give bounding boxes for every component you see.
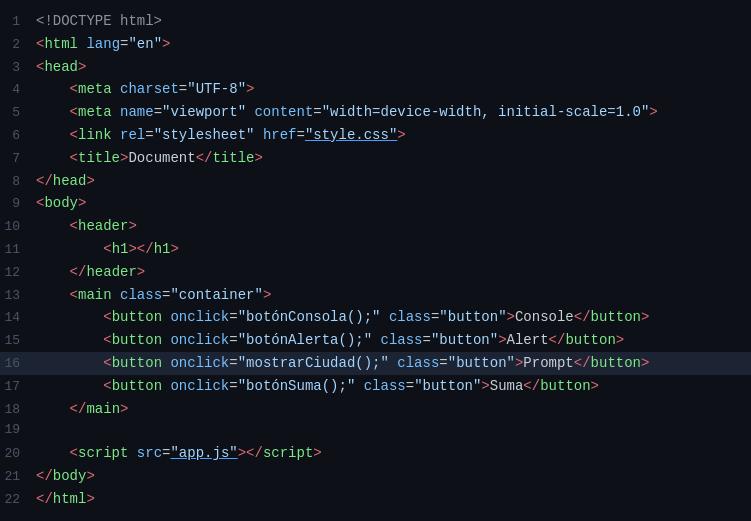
line-content: <html lang="en"> <box>36 33 743 55</box>
code-line: 19 <box>0 420 751 442</box>
line-content: <link rel="stylesheet" href="style.css"> <box>36 124 743 146</box>
code-line: 16 <button onclick="mostrarCiudad();" cl… <box>0 352 751 375</box>
code-line: 10 <header> <box>0 215 751 238</box>
line-number: 4 <box>0 80 36 101</box>
line-number: 11 <box>0 240 36 261</box>
line-number: 21 <box>0 467 36 488</box>
line-content: </body> <box>36 465 743 487</box>
code-line: 22</html> <box>0 488 751 511</box>
line-content: </header> <box>36 261 743 283</box>
line-content: <h1></h1> <box>36 238 743 260</box>
code-line: 4 <meta charset="UTF-8"> <box>0 78 751 101</box>
line-content: <script src="app.js"></script> <box>36 442 743 464</box>
line-content: <button onclick="mostrarCiudad();" class… <box>36 352 743 374</box>
line-content: <button onclick="botónAlerta();" class="… <box>36 329 743 351</box>
code-line: 11 <h1></h1> <box>0 238 751 261</box>
line-number: 18 <box>0 400 36 421</box>
line-number: 14 <box>0 308 36 329</box>
line-content: <meta charset="UTF-8"> <box>36 78 743 100</box>
line-content: <header> <box>36 215 743 237</box>
line-number: 13 <box>0 286 36 307</box>
code-editor: 1<!DOCTYPE html>2<html lang="en">3<head>… <box>0 0 751 521</box>
line-number: 1 <box>0 12 36 33</box>
line-number: 10 <box>0 217 36 238</box>
line-number: 3 <box>0 58 36 79</box>
code-line: 14 <button onclick="botónConsola();" cla… <box>0 306 751 329</box>
line-number: 15 <box>0 331 36 352</box>
code-line: 9<body> <box>0 192 751 215</box>
line-content: <title>Document</title> <box>36 147 743 169</box>
line-number: 7 <box>0 149 36 170</box>
code-line: 12 </header> <box>0 261 751 284</box>
code-line: 2<html lang="en"> <box>0 33 751 56</box>
line-content: <button onclick="botónConsola();" class=… <box>36 306 743 328</box>
line-content: <meta name="viewport" content="width=dev… <box>36 101 743 123</box>
line-number: 22 <box>0 490 36 511</box>
code-line: 17 <button onclick="botónSuma();" class=… <box>0 375 751 398</box>
code-line: 8</head> <box>0 170 751 193</box>
code-line: 7 <title>Document</title> <box>0 147 751 170</box>
code-line: 20 <script src="app.js"></script> <box>0 442 751 465</box>
code-line: 5 <meta name="viewport" content="width=d… <box>0 101 751 124</box>
line-content: <button onclick="botónSuma();" class="bu… <box>36 375 743 397</box>
line-content: <body> <box>36 192 743 214</box>
code-line: 3<head> <box>0 56 751 79</box>
line-number: 12 <box>0 263 36 284</box>
line-number: 2 <box>0 35 36 56</box>
line-number: 5 <box>0 103 36 124</box>
line-content: <head> <box>36 56 743 78</box>
line-number: 16 <box>0 354 36 375</box>
line-content: </head> <box>36 170 743 192</box>
line-content: <!DOCTYPE html> <box>36 10 743 32</box>
line-number: 17 <box>0 377 36 398</box>
line-number: 19 <box>0 420 36 441</box>
line-content: </html> <box>36 488 743 510</box>
line-number: 9 <box>0 194 36 215</box>
code-line: 6 <link rel="stylesheet" href="style.css… <box>0 124 751 147</box>
line-number: 20 <box>0 444 36 465</box>
code-line: 1<!DOCTYPE html> <box>0 10 751 33</box>
line-number: 6 <box>0 126 36 147</box>
code-line: 21</body> <box>0 465 751 488</box>
code-line: 18 </main> <box>0 398 751 421</box>
code-line: 13 <main class="container"> <box>0 284 751 307</box>
line-content: </main> <box>36 398 743 420</box>
line-content: <main class="container"> <box>36 284 743 306</box>
code-line: 15 <button onclick="botónAlerta();" clas… <box>0 329 751 352</box>
line-number: 8 <box>0 172 36 193</box>
